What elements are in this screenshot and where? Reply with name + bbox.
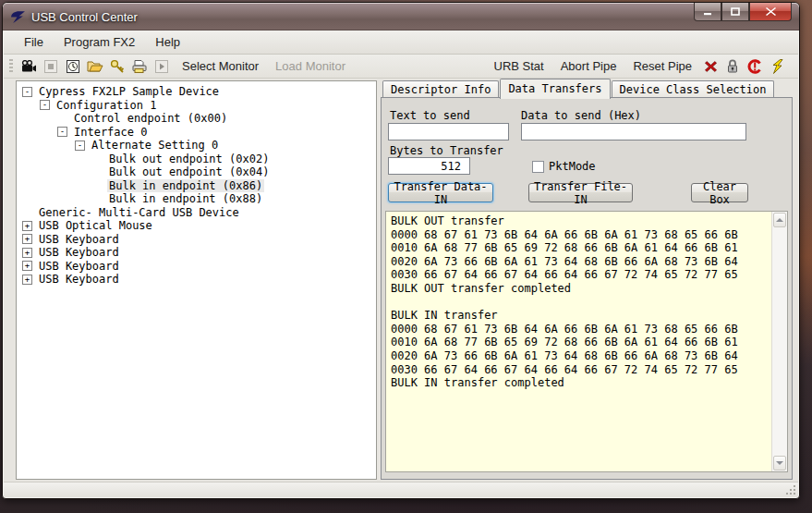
transfer-output-box[interactable]: BULK OUT transfer 0000 68 67 61 73 6B 64… bbox=[385, 211, 788, 472]
tree-item-label: Bulk in endpoint (0x88) bbox=[107, 192, 264, 205]
toolbar: Select Monitor Load Monitor URB Stat Abo… bbox=[4, 55, 798, 79]
urb-stat-button[interactable]: URB Stat bbox=[494, 59, 544, 73]
app-icon bbox=[10, 9, 26, 25]
expand-icon[interactable]: + bbox=[22, 248, 32, 258]
tab-descriptor-info[interactable]: Descriptor Info bbox=[382, 80, 499, 98]
tab-strip: Descriptor InfoData TransfersDevice Clas… bbox=[381, 79, 793, 98]
tab-data-transfers[interactable]: Data Transfers bbox=[500, 79, 610, 99]
minimize-button[interactable] bbox=[694, 3, 721, 21]
tree-item-label: Cypress FX2LP Sample Device bbox=[37, 85, 221, 98]
bytes-to-transfer-label: Bytes to Transfer bbox=[390, 144, 503, 157]
abort-x-icon[interactable] bbox=[700, 57, 721, 76]
lock-icon[interactable] bbox=[722, 57, 743, 76]
expand-icon[interactable]: + bbox=[22, 234, 32, 244]
tree-item-label: Configuration 1 bbox=[55, 99, 158, 112]
lightning-icon[interactable] bbox=[767, 57, 787, 76]
tree-item-control-endpoint-0x00[interactable]: Control endpoint (0x00) bbox=[18, 112, 374, 126]
menu-item-file[interactable]: File bbox=[15, 32, 53, 52]
stop-icon bbox=[41, 57, 61, 76]
play-icon bbox=[151, 57, 172, 76]
close-button[interactable] bbox=[749, 3, 792, 21]
tree-item-label: USB Keyboard bbox=[37, 246, 121, 259]
tree-item-bulk-in-endpoint-0x88[interactable]: Bulk in endpoint (0x88) bbox=[18, 192, 374, 206]
tree-item-label: USB Keyboard bbox=[37, 233, 121, 246]
maximize-button[interactable] bbox=[721, 3, 749, 21]
menu-bar: FileProgram FX2Help bbox=[4, 31, 798, 55]
title-bar[interactable]: USB Control Center bbox=[3, 3, 799, 31]
text-to-send-input[interactable] bbox=[388, 123, 509, 140]
pktmode-checkbox[interactable] bbox=[532, 161, 544, 173]
tree-item-label: USB Keyboard bbox=[37, 273, 121, 286]
expand-icon[interactable]: + bbox=[22, 221, 32, 231]
tree-item-label: USB Optical Mouse bbox=[37, 219, 154, 232]
load-monitor-button: Load Monitor bbox=[275, 59, 345, 73]
tree-item-usb-optical-mouse[interactable]: +USB Optical Mouse bbox=[18, 219, 374, 233]
tree-item-configuration-1[interactable]: -Configuration 1 bbox=[18, 99, 374, 113]
monitor-clock-icon[interactable] bbox=[63, 57, 83, 76]
scroll-up-button[interactable] bbox=[773, 213, 786, 227]
data-to-send-input[interactable] bbox=[521, 123, 746, 140]
pktmode-checkbox-wrap: PktMode bbox=[532, 160, 596, 173]
abort-pipe-button[interactable]: Abort Pipe bbox=[561, 59, 617, 73]
output-scrollbar[interactable] bbox=[771, 212, 787, 471]
reset-c-icon[interactable] bbox=[745, 57, 765, 76]
scroll-up-icon bbox=[776, 218, 783, 222]
maximize-icon bbox=[731, 7, 740, 16]
data-to-send-label: Data to send (Hex) bbox=[521, 109, 641, 122]
collapse-icon[interactable]: - bbox=[40, 100, 50, 110]
device-tree[interactable]: -Cypress FX2LP Sample Device-Configurati… bbox=[16, 80, 377, 480]
expand-icon[interactable]: + bbox=[22, 261, 32, 271]
tree-item-label: USB Keyboard bbox=[37, 260, 121, 273]
tree-item-cypress-fx2lp-sample-device[interactable]: -Cypress FX2LP Sample Device bbox=[18, 85, 374, 99]
minimize-icon bbox=[703, 7, 712, 16]
tree-item-alternate-setting-0[interactable]: -Alternate Setting 0 bbox=[18, 139, 374, 153]
app-window: USB Control Center FileProgram FX2Help bbox=[2, 2, 800, 499]
tree-item-label: Interface 0 bbox=[72, 126, 149, 139]
menu-item-help[interactable]: Help bbox=[146, 32, 189, 52]
scroll-down-icon bbox=[776, 461, 783, 465]
camcorder-icon[interactable] bbox=[18, 57, 39, 76]
key-icon[interactable] bbox=[107, 57, 127, 76]
status-bar bbox=[4, 482, 798, 497]
tree-item-usb-keyboard[interactable]: +USB Keyboard bbox=[18, 260, 374, 274]
expand-icon[interactable]: + bbox=[22, 275, 32, 285]
tree-item-label: Bulk out endpoint (0x02) bbox=[107, 153, 271, 165]
tree-item-label: Bulk out endpoint (0x04) bbox=[107, 165, 271, 178]
caption-buttons bbox=[694, 3, 792, 21]
window-title: USB Control Center bbox=[31, 10, 138, 24]
tree-item-bulk-out-endpoint-0x02[interactable]: Bulk out endpoint (0x02) bbox=[18, 153, 374, 166]
main-content: -Cypress FX2LP Sample Device-Configurati… bbox=[4, 79, 798, 482]
close-icon bbox=[766, 7, 776, 16]
clear-box-button[interactable]: Clear Box bbox=[691, 183, 748, 202]
tree-item-bulk-out-endpoint-0x04[interactable]: Bulk out endpoint (0x04) bbox=[18, 165, 374, 179]
tree-item-usb-keyboard[interactable]: +USB Keyboard bbox=[18, 233, 374, 247]
bytes-to-transfer-input[interactable] bbox=[388, 157, 470, 175]
collapse-icon[interactable]: - bbox=[57, 127, 67, 137]
tree-item-label: Alternate Setting 0 bbox=[90, 139, 220, 152]
data-transfers-tabpage: Text to send Data to send (Hex) Bytes to… bbox=[381, 97, 793, 480]
scroll-down-button[interactable] bbox=[773, 456, 786, 470]
transfer-data-in-button[interactable]: Transfer Data-IN bbox=[388, 183, 493, 202]
tree-item-bulk-in-endpoint-0x86[interactable]: Bulk in endpoint (0x86) bbox=[18, 179, 374, 193]
tree-item-usb-keyboard[interactable]: +USB Keyboard bbox=[18, 246, 374, 260]
reset-pipe-button[interactable]: Reset Pipe bbox=[633, 59, 692, 73]
tree-item-interface-0[interactable]: -Interface 0 bbox=[18, 126, 374, 140]
tab-control: Descriptor InfoData TransfersDevice Clas… bbox=[381, 79, 793, 480]
tree-item-label: Bulk in endpoint (0x86) bbox=[107, 179, 264, 192]
transfer-file-in-button[interactable]: Transfer File-IN bbox=[528, 183, 633, 202]
tab-device-class-selection[interactable]: Device Class Selection bbox=[612, 80, 775, 98]
text-to-send-label: Text to send bbox=[390, 109, 470, 122]
collapse-icon[interactable]: - bbox=[75, 140, 85, 151]
open-folder-icon[interactable] bbox=[85, 57, 105, 76]
resize-grip[interactable] bbox=[784, 483, 796, 495]
print-icon[interactable] bbox=[129, 57, 150, 76]
toolbar-grip bbox=[9, 59, 13, 74]
collapse-icon[interactable]: - bbox=[22, 87, 32, 97]
tree-item-label: Generic- Multi-Card USB Device bbox=[37, 206, 241, 219]
tree-item-label: Control endpoint (0x00) bbox=[72, 112, 229, 125]
pktmode-label: PktMode bbox=[549, 160, 596, 173]
tree-item-generic-multi-card-usb-device[interactable]: Generic- Multi-Card USB Device bbox=[18, 206, 374, 220]
tree-item-usb-keyboard[interactable]: +USB Keyboard bbox=[18, 273, 374, 287]
select-monitor-button[interactable]: Select Monitor bbox=[182, 59, 259, 73]
menu-item-program-fx2[interactable]: Program FX2 bbox=[55, 32, 144, 52]
